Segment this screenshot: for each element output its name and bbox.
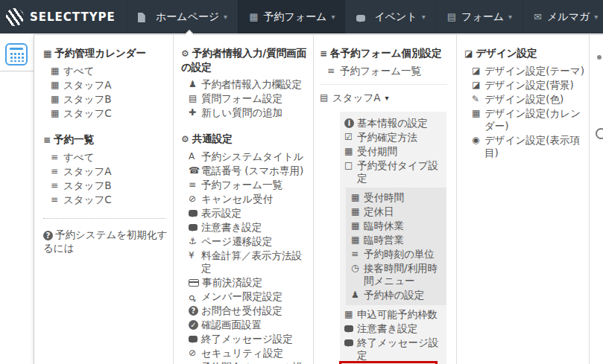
menu-item-reception-hours[interactable]: ▦ 受付時間	[346, 191, 446, 205]
section-header-reservation-list[interactable]: ≡予約一覧	[43, 132, 171, 147]
gear-icon: ⚙	[181, 48, 189, 60]
caret-down-icon: ▾	[508, 13, 512, 21]
menu-column-clipped	[590, 35, 603, 364]
menu-column-calendar: ▦予約管理カレンダー ▦ すべて ▦ スタッフA ▦ スタッフB ▦ スタッフC…	[34, 35, 174, 364]
check-square-icon: ☑	[344, 131, 357, 144]
question-icon: ?	[189, 306, 198, 316]
calendar-icon: ▦	[344, 145, 357, 158]
menu-item-service-time-menu[interactable]: ◷ 接客時間/利用時間メニュー	[346, 261, 446, 288]
menu-item-list-all[interactable]: ≡ すべて	[51, 150, 171, 165]
square-icon: □	[344, 159, 357, 172]
menu-item-confirm-method[interactable]: ☑ 予約確定方法	[340, 130, 446, 144]
clipped-icon	[596, 128, 603, 139]
calendar-icon: ▦	[51, 79, 63, 92]
divider	[43, 218, 165, 219]
menu-item-notes-settings[interactable]: 注意書き設定	[189, 220, 312, 234]
nav-items: ホームページ ▾ ▦ 予約フォーム ▾ イベント ▾ ▤ フォーム ▾ ✉ メル…	[127, 0, 603, 33]
menu-item-temp-closed[interactable]: ▦ 臨時休業	[346, 219, 446, 233]
eye-icon: ◉	[472, 134, 484, 147]
menu-item-question-form[interactable]: ▤ 質問フォーム設定	[189, 92, 312, 106]
ban-icon: ⊘	[189, 347, 201, 360]
menu-item-system-title[interactable]: A 予約システムタイトル	[189, 150, 312, 164]
section-header-reservation-calendar[interactable]: ▦予約管理カレンダー	[43, 46, 171, 60]
menu-column-individual-settings: ≡各予約フォーム個別設定 ≡ 予約フォーム一覧 ▤ スタッフA ▾ i 基本情報…	[314, 35, 457, 364]
menu-item-regular-holiday[interactable]: ▦ 定休日	[346, 205, 446, 219]
menu-item-design-background[interactable]: ◪ デザイン設定(背景)	[472, 78, 587, 92]
nav-item-mailmagazine[interactable]: ✉ メルマガ ▾	[523, 0, 603, 33]
calendar-items: ▦ すべて ▦ スタッフA ▦ スタッフB ▦ スタッフC	[51, 64, 171, 121]
menu-item-staff-a-toggle[interactable]: ▤ スタッフA ▾	[320, 91, 455, 105]
calendar-icon: ▦	[51, 65, 63, 77]
menu-item-max-slots[interactable]: ▦ 申込可能予約枠数	[340, 307, 446, 322]
menu-item-phone-number[interactable]: ☎ 電話番号 (スマホ専用)	[189, 164, 312, 178]
menu-item-guest-info-fields[interactable]: ♟ 予約者情報入力欄設定	[189, 77, 312, 92]
menu-item-cancel-reception[interactable]: ⊘ キャンセル受付	[189, 192, 312, 206]
menu-item-basic-info[interactable]: i 基本情報の設定	[340, 116, 446, 130]
menu-item-page-transition[interactable]: ⚓ ページ遷移設定	[189, 234, 312, 249]
menu-item-list-staff-b[interactable]: ≡ スタッフB	[51, 179, 171, 193]
calendar-grid-tab[interactable]	[5, 43, 28, 66]
calendar-icon: ▦	[351, 234, 364, 246]
menu-item-inquiry-reception[interactable]: ? お問合せ受付設定	[189, 304, 312, 318]
ban-icon: ⊘	[189, 193, 201, 205]
menu-item-end-message-individual[interactable]: 終了メッセージ設定	[340, 336, 446, 363]
menu-item-notes-settings-individual[interactable]: 注意書き設定	[340, 322, 446, 336]
menu-item-display-settings[interactable]: 表示設定	[189, 206, 312, 220]
section-header-common: ⚙共通設定	[181, 132, 312, 146]
menu-item-list-staff-a[interactable]: ≡ スタッフA	[51, 165, 171, 179]
menu-item-temp-open[interactable]: ▦ 臨時営業	[346, 233, 446, 247]
list-icon: ≡	[51, 165, 63, 178]
menu-item-design-calendar[interactable]: ▦ デザイン設定(カレンダー)	[472, 106, 587, 133]
brush-icon: ✎	[472, 93, 484, 106]
menu-item-list-staff-c[interactable]: ≡ スタッフC	[51, 193, 171, 207]
logo-text: SELECTTYPE	[30, 10, 116, 24]
menu-item-form-list[interactable]: ≡ 予約フォーム一覧	[189, 178, 312, 192]
design-items: ◪ デザイン設定(テーマ) ◪ デザイン設定(背景) ✎ デザイン設定(色) ▦…	[472, 64, 587, 160]
clock-icon: ◷	[351, 262, 364, 275]
staff-a-items: i 基本情報の設定 ☑ 予約確定方法 ▦ 受付期間 □ 予約受付タイプ設定	[340, 116, 446, 185]
caret-down-icon: ▾	[331, 13, 335, 21]
menu-item-calendar-all[interactable]: ▦ すべて	[51, 64, 171, 78]
calendar-icon: ▦	[249, 11, 258, 22]
calendar-icon: ▦	[344, 308, 357, 321]
menu-item-time-unit[interactable]: ≡ 予約時刻の単位	[346, 247, 446, 261]
menu-item-end-message[interactable]: 終了メッセージ設定	[189, 332, 312, 346]
nav-item-reservation-form[interactable]: ▦ 予約フォーム ▾	[238, 0, 345, 33]
menu-item-calendar-staff-b[interactable]: ▦ スタッフB	[51, 92, 171, 106]
phone-icon: ☎	[189, 165, 201, 177]
divider	[320, 84, 447, 85]
comment-icon	[344, 325, 353, 332]
menu-item-price-calc[interactable]: ¥ 料金計算／表示方法設定	[189, 249, 312, 275]
menu-item-add-question[interactable]: ✚ 新しい質問の追加	[189, 106, 312, 120]
nav-item-homepage[interactable]: ホームページ ▾	[127, 0, 238, 33]
logo-mark-icon	[6, 8, 24, 26]
reservation-list-items: ≡ すべて ≡ スタッフA ≡ スタッフB ≡ スタッフC	[51, 150, 171, 207]
menu-item-confirm-screen[interactable]: ✓ 確認画面設置	[189, 318, 312, 332]
menu-item-slot-settings[interactable]: ♟ 予約枠の設定	[346, 288, 446, 302]
calendar-icon: ▦	[51, 107, 63, 120]
user-icon: ♟	[189, 78, 201, 91]
common-settings-items: A 予約システムタイトル ☎ 電話番号 (スマホ専用) ≡ 予約フォーム一覧 ⊘…	[189, 150, 312, 364]
menu-item-design-theme[interactable]: ◪ デザイン設定(テーマ)	[472, 64, 587, 78]
menu-item-individual-form-list[interactable]: ≡ 予約フォーム一覧	[327, 64, 455, 78]
menu-item-prepayment[interactable]: 事前決済設定	[189, 275, 312, 290]
menu-item-calendar-staff-c[interactable]: ▦ スタッフC	[51, 106, 171, 121]
envelope-icon: ✉	[534, 11, 542, 22]
question-icon: ?	[43, 231, 53, 240]
menu-item-reception-type[interactable]: □ 予約受付タイプ設定	[340, 159, 446, 185]
list-alt-icon: ▤	[447, 11, 456, 22]
menu-item-calendar-staff-a[interactable]: ▦ スタッフA	[51, 78, 171, 92]
id-card-icon: ▤	[189, 361, 201, 364]
menu-item-design-color[interactable]: ✎ デザイン設定(色)	[472, 92, 587, 106]
menu-item-init-system-help[interactable]: ?予約システムを初期化するには	[43, 228, 171, 255]
menu-item-reservation-inquiry-form[interactable]: ▤ 予約問合せフォーム設定	[189, 360, 312, 364]
nav-item-event[interactable]: イベント ▾	[345, 0, 435, 33]
comment-icon	[344, 339, 353, 346]
nav-item-form[interactable]: ▤ フォーム ▾	[436, 0, 523, 33]
menu-item-security[interactable]: ⊘ セキュリティ設定	[189, 346, 312, 360]
app-logo[interactable]: SELECTTYPE	[0, 0, 127, 33]
card-icon	[189, 279, 199, 287]
menu-item-member-only[interactable]: ♀ メンバー限定設定	[189, 290, 312, 304]
menu-item-design-display-items[interactable]: ◉ デザイン設定(表示項目)	[472, 133, 587, 160]
menu-item-reception-period[interactable]: ▦ 受付期間	[340, 144, 446, 159]
